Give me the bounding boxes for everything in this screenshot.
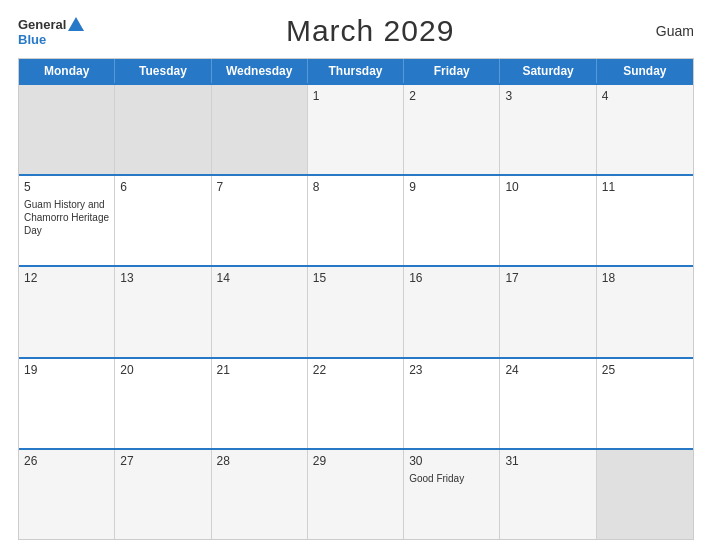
header-tuesday: Tuesday xyxy=(115,59,211,83)
day-cell: 18 xyxy=(597,267,693,356)
day-number: 9 xyxy=(409,180,494,194)
day-cell: 17 xyxy=(500,267,596,356)
day-cell: 21 xyxy=(212,359,308,448)
day-cell: 30Good Friday xyxy=(404,450,500,539)
day-number: 4 xyxy=(602,89,688,103)
day-cell: 7 xyxy=(212,176,308,265)
logo-triangle-icon xyxy=(68,17,84,31)
day-cell: 6 xyxy=(115,176,211,265)
day-cell: 5Guam History and Chamorro Heritage Day xyxy=(19,176,115,265)
header: General Blue March 2029 Guam xyxy=(18,14,694,48)
logo-blue-text: Blue xyxy=(18,33,46,46)
header-monday: Monday xyxy=(19,59,115,83)
logo: General Blue xyxy=(18,17,84,46)
day-cell: 10 xyxy=(500,176,596,265)
day-cell xyxy=(115,85,211,174)
day-number: 25 xyxy=(602,363,688,377)
day-cell: 15 xyxy=(308,267,404,356)
day-number: 23 xyxy=(409,363,494,377)
day-cell: 29 xyxy=(308,450,404,539)
weeks-container: 12345Guam History and Chamorro Heritage … xyxy=(19,83,693,539)
day-cell: 23 xyxy=(404,359,500,448)
header-thursday: Thursday xyxy=(308,59,404,83)
day-number: 30 xyxy=(409,454,494,468)
day-number: 7 xyxy=(217,180,302,194)
day-cell: 20 xyxy=(115,359,211,448)
day-cell: 4 xyxy=(597,85,693,174)
day-cell: 28 xyxy=(212,450,308,539)
day-cell: 27 xyxy=(115,450,211,539)
day-number: 31 xyxy=(505,454,590,468)
day-number: 26 xyxy=(24,454,109,468)
day-number: 6 xyxy=(120,180,205,194)
day-number: 17 xyxy=(505,271,590,285)
day-cell: 1 xyxy=(308,85,404,174)
week-row: 5Guam History and Chamorro Heritage Day6… xyxy=(19,174,693,265)
day-number: 27 xyxy=(120,454,205,468)
day-number: 15 xyxy=(313,271,398,285)
day-number: 3 xyxy=(505,89,590,103)
day-cell: 13 xyxy=(115,267,211,356)
week-row: 12131415161718 xyxy=(19,265,693,356)
day-number: 14 xyxy=(217,271,302,285)
day-cell: 25 xyxy=(597,359,693,448)
day-number: 10 xyxy=(505,180,590,194)
day-cell: 16 xyxy=(404,267,500,356)
day-cell: 9 xyxy=(404,176,500,265)
day-number: 20 xyxy=(120,363,205,377)
day-number: 13 xyxy=(120,271,205,285)
week-row: 2627282930Good Friday31 xyxy=(19,448,693,539)
week-row: 1234 xyxy=(19,83,693,174)
day-cell xyxy=(212,85,308,174)
day-cell: 22 xyxy=(308,359,404,448)
day-number: 18 xyxy=(602,271,688,285)
day-cell xyxy=(597,450,693,539)
day-number: 12 xyxy=(24,271,109,285)
day-cell: 19 xyxy=(19,359,115,448)
day-number: 8 xyxy=(313,180,398,194)
day-number: 28 xyxy=(217,454,302,468)
event-label: Good Friday xyxy=(409,472,494,485)
page-title: March 2029 xyxy=(286,14,454,48)
day-cell xyxy=(19,85,115,174)
day-number: 1 xyxy=(313,89,398,103)
day-cell: 12 xyxy=(19,267,115,356)
day-number: 22 xyxy=(313,363,398,377)
location-label: Guam xyxy=(656,23,694,39)
day-number: 29 xyxy=(313,454,398,468)
day-number: 21 xyxy=(217,363,302,377)
day-number: 24 xyxy=(505,363,590,377)
logo-general-text: General xyxy=(18,18,66,31)
day-number: 5 xyxy=(24,180,109,194)
day-number: 16 xyxy=(409,271,494,285)
day-cell: 11 xyxy=(597,176,693,265)
day-cell: 2 xyxy=(404,85,500,174)
header-saturday: Saturday xyxy=(500,59,596,83)
header-wednesday: Wednesday xyxy=(212,59,308,83)
day-headers-row: Monday Tuesday Wednesday Thursday Friday… xyxy=(19,59,693,83)
day-number: 11 xyxy=(602,180,688,194)
header-friday: Friday xyxy=(404,59,500,83)
day-number: 2 xyxy=(409,89,494,103)
day-cell: 26 xyxy=(19,450,115,539)
day-number: 19 xyxy=(24,363,109,377)
day-cell: 3 xyxy=(500,85,596,174)
calendar-page: General Blue March 2029 Guam Monday Tues… xyxy=(0,0,712,550)
header-sunday: Sunday xyxy=(597,59,693,83)
event-label: Guam History and Chamorro Heritage Day xyxy=(24,198,109,237)
week-row: 19202122232425 xyxy=(19,357,693,448)
calendar: Monday Tuesday Wednesday Thursday Friday… xyxy=(18,58,694,540)
day-cell: 24 xyxy=(500,359,596,448)
day-cell: 8 xyxy=(308,176,404,265)
day-cell: 14 xyxy=(212,267,308,356)
day-cell: 31 xyxy=(500,450,596,539)
